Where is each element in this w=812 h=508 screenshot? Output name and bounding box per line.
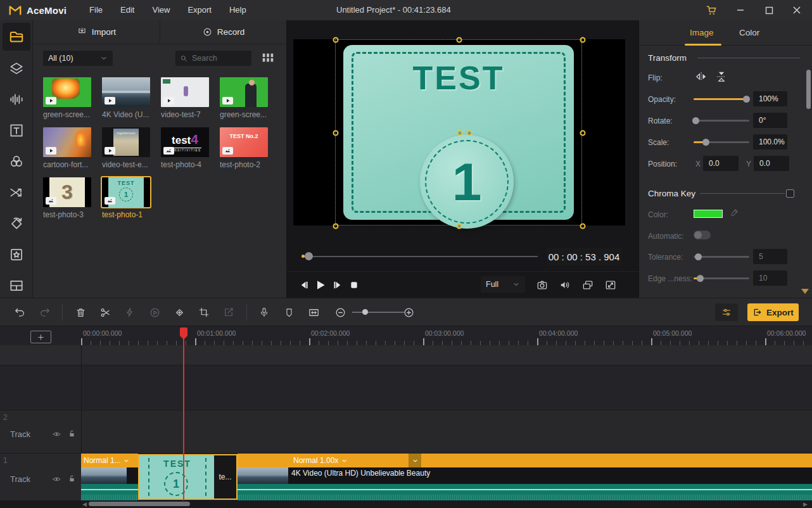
sidebar-item-filters[interactable] bbox=[0, 146, 33, 177]
media-item[interactable]: cartoon-fort... bbox=[43, 127, 91, 169]
minimize-button[interactable] bbox=[730, 0, 751, 20]
play-button[interactable] bbox=[313, 277, 328, 293]
resize-handle[interactable] bbox=[457, 37, 462, 43]
chroma-color-swatch[interactable] bbox=[694, 210, 723, 218]
scroll-right-arrow[interactable]: ▶ bbox=[803, 502, 808, 507]
sidebar-item-effects[interactable] bbox=[0, 239, 33, 270]
scale-value[interactable]: 100.0% bbox=[753, 134, 787, 149]
tab-image[interactable]: Image bbox=[690, 20, 714, 46]
marker-button[interactable] bbox=[281, 305, 296, 320]
stop-button[interactable] bbox=[346, 277, 362, 293]
media-item-selected[interactable]: TEST1 test-photo-1 bbox=[102, 177, 150, 219]
edge-knob[interactable] bbox=[697, 275, 704, 282]
scale-knob[interactable] bbox=[702, 139, 709, 146]
track-visibility-toggle[interactable] bbox=[51, 429, 62, 439]
maximize-button[interactable] bbox=[758, 0, 780, 20]
keyframe-button[interactable] bbox=[172, 305, 187, 320]
export-button[interactable]: Export bbox=[747, 303, 799, 321]
sidebar-item-split-screen[interactable] bbox=[0, 270, 33, 301]
rotate-knob[interactable] bbox=[692, 117, 699, 124]
tolerance-knob[interactable] bbox=[695, 253, 702, 260]
tab-color[interactable]: Color bbox=[739, 20, 759, 46]
media-item[interactable]: 3 test-photo-3 bbox=[43, 177, 91, 219]
redo-button[interactable] bbox=[37, 305, 53, 320]
sidebar-item-behaviors[interactable] bbox=[0, 208, 33, 239]
media-item[interactable]: togetherness video-test-e... bbox=[102, 127, 150, 169]
zoom-in-button[interactable] bbox=[401, 305, 416, 320]
menu-export[interactable]: Export bbox=[179, 0, 220, 20]
rotate-slider[interactable] bbox=[694, 120, 749, 122]
playhead-handle[interactable] bbox=[180, 327, 187, 336]
crop-button[interactable] bbox=[196, 305, 212, 320]
video-clip-1[interactable]: Normal 1... bbox=[81, 454, 138, 500]
next-frame-button[interactable] bbox=[329, 277, 345, 293]
sidebar-item-elements[interactable] bbox=[0, 53, 33, 84]
playhead-line[interactable] bbox=[183, 335, 184, 500]
hscroll-thumb[interactable] bbox=[89, 502, 190, 506]
clip-speed-header[interactable]: Normal 1... bbox=[81, 454, 138, 467]
timeline-hscrollbar[interactable]: ◀ ▶ bbox=[0, 500, 812, 508]
split-scissors-button[interactable] bbox=[98, 305, 113, 320]
canvas-image[interactable]: TEST 1 bbox=[335, 39, 582, 225]
media-item[interactable]: TEST No.2 test-photo-2 bbox=[220, 127, 268, 169]
tolerance-slider[interactable] bbox=[694, 256, 749, 258]
media-item[interactable]: green-scree... bbox=[43, 77, 91, 119]
media-item[interactable]: video-test-7 bbox=[161, 77, 209, 119]
resize-handle[interactable] bbox=[580, 224, 586, 229]
center-handle[interactable] bbox=[457, 130, 463, 136]
store-cart-button[interactable] bbox=[701, 0, 722, 20]
close-button[interactable] bbox=[786, 0, 808, 20]
video-clip-2[interactable]: Normal 1.00x 4K Video (Ultra HD) Unbelie… bbox=[238, 454, 812, 500]
media-filter-dropdown[interactable]: All (10) bbox=[43, 51, 113, 66]
tolerance-value[interactable]: 5 bbox=[753, 249, 787, 264]
delete-button[interactable] bbox=[73, 305, 88, 320]
add-track-button[interactable] bbox=[30, 331, 51, 343]
seek-bar[interactable] bbox=[303, 256, 538, 257]
clip-speed-header[interactable]: Normal 1.00x bbox=[238, 454, 812, 467]
edit-clip-button[interactable] bbox=[221, 305, 236, 320]
grid-view-button[interactable] bbox=[261, 51, 275, 65]
eyedropper-icon[interactable] bbox=[729, 208, 739, 218]
render-preview-button[interactable] bbox=[147, 305, 162, 320]
track-lock-toggle[interactable] bbox=[67, 428, 77, 439]
rotate-value[interactable]: 0° bbox=[753, 113, 787, 128]
media-item[interactable]: 4K Video (U... bbox=[102, 77, 150, 119]
zoom-out-button[interactable] bbox=[333, 305, 348, 320]
search-box[interactable] bbox=[175, 51, 251, 66]
media-item[interactable]: green-scree... bbox=[220, 77, 268, 119]
sidebar-item-transitions[interactable] bbox=[0, 177, 33, 208]
previous-frame-button[interactable] bbox=[297, 277, 312, 293]
sidebar-item-text[interactable] bbox=[0, 115, 33, 146]
flip-vertical-button[interactable] bbox=[715, 70, 728, 83]
chroma-key-checkbox[interactable] bbox=[786, 189, 794, 198]
record-button[interactable]: Record bbox=[160, 20, 286, 44]
track-lock-toggle[interactable] bbox=[67, 473, 77, 484]
inspector-scrollbar[interactable] bbox=[806, 70, 811, 109]
resize-handle[interactable] bbox=[333, 37, 339, 43]
media-item[interactable]: test4SENSITIVITIES test-photo-4 bbox=[161, 127, 209, 169]
snapshot-button[interactable] bbox=[535, 277, 550, 293]
automatic-toggle[interactable] bbox=[694, 231, 711, 239]
rotate-handle[interactable] bbox=[467, 130, 473, 136]
menu-file[interactable]: File bbox=[80, 0, 111, 20]
scroll-down-arrow[interactable] bbox=[801, 289, 809, 294]
voiceover-button[interactable] bbox=[257, 305, 272, 320]
position-x-field[interactable]: 0.0 bbox=[703, 156, 739, 171]
resize-handle[interactable] bbox=[333, 224, 339, 229]
scroll-left-arrow[interactable]: ◀ bbox=[82, 502, 87, 507]
sidebar-item-audio[interactable] bbox=[0, 84, 33, 115]
timeline-zoom-slider[interactable] bbox=[352, 312, 404, 313]
resize-handle[interactable] bbox=[333, 130, 339, 136]
clip-collapse-button[interactable] bbox=[409, 454, 421, 467]
undo-button[interactable] bbox=[12, 305, 27, 320]
image-clip-selected[interactable]: TEST 1 te... bbox=[138, 454, 238, 500]
menu-view[interactable]: View bbox=[143, 0, 179, 20]
position-y-field[interactable]: 0.0 bbox=[754, 156, 789, 171]
seek-knob[interactable] bbox=[305, 252, 313, 260]
resize-handle[interactable] bbox=[580, 37, 586, 43]
menu-help[interactable]: Help bbox=[220, 0, 255, 20]
resize-handle[interactable] bbox=[580, 130, 586, 136]
track-visibility-toggle[interactable] bbox=[51, 474, 62, 484]
fit-timeline-button[interactable] bbox=[306, 305, 321, 320]
flip-horizontal-button[interactable] bbox=[695, 70, 707, 83]
